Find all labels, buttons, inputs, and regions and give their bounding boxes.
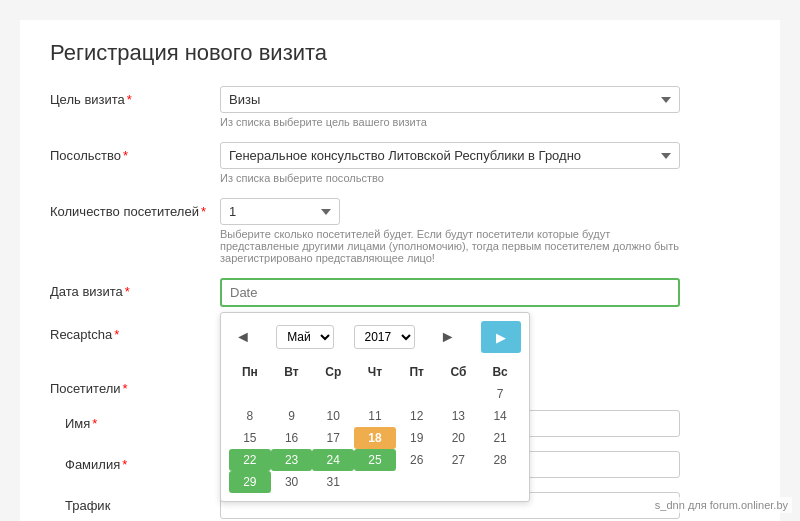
cal-day[interactable]: 30 bbox=[271, 471, 313, 493]
embassy-select[interactable]: Генеральное консульство Литовской Респуб… bbox=[220, 142, 680, 169]
page-container: Регистрация нового визита Цель визита* В… bbox=[20, 20, 780, 521]
surname-label: Фамилия* bbox=[50, 451, 220, 472]
cal-day[interactable]: 14 bbox=[479, 405, 521, 427]
cal-day bbox=[438, 471, 480, 493]
cal-day[interactable]: 16 bbox=[271, 427, 313, 449]
cal-day[interactable]: 7 bbox=[479, 383, 521, 405]
calendar-grid: Пн Вт Ср Чт Пт Сб Вс 7891011121314151617… bbox=[229, 361, 521, 493]
cal-day[interactable]: 11 bbox=[354, 405, 396, 427]
cal-year-select[interactable]: 2017 bbox=[354, 325, 415, 349]
visitors-count-field: 1 Выберите сколько посетителей будет. Ес… bbox=[220, 198, 750, 264]
visit-purpose-label: Цель визита* bbox=[50, 86, 220, 107]
cal-day[interactable]: 27 bbox=[438, 449, 480, 471]
visit-date-field: ◄ Май 2017 ► ▶ Пн bbox=[220, 278, 750, 307]
cal-day[interactable]: 8 bbox=[229, 405, 271, 427]
cal-day[interactable]: 12 bbox=[396, 405, 438, 427]
cal-prev-button[interactable]: ◄ bbox=[229, 326, 257, 348]
watermark: s_dnn для forum.onliner.by bbox=[651, 497, 792, 513]
calendar-header: ◄ Май 2017 ► ▶ bbox=[229, 321, 521, 353]
cal-next-button[interactable]: ► bbox=[434, 326, 462, 348]
cal-day[interactable]: 17 bbox=[312, 427, 354, 449]
visitors-count-hint: Выберите сколько посетителей будет. Если… bbox=[220, 228, 680, 264]
visitors-count-select[interactable]: 1 bbox=[220, 198, 340, 225]
phone-label: Трафик bbox=[50, 492, 220, 513]
embassy-field: Генеральное консульство Литовской Респуб… bbox=[220, 142, 750, 184]
visit-date-row: Дата визита* ◄ Май 2017 ► bbox=[50, 278, 750, 307]
cal-day-header-thu: Чт bbox=[354, 361, 396, 383]
cal-day[interactable]: 18 bbox=[354, 427, 396, 449]
recaptcha-icon: ▶ bbox=[481, 321, 521, 353]
cal-day[interactable]: 31 bbox=[312, 471, 354, 493]
cal-day[interactable]: 19 bbox=[396, 427, 438, 449]
cal-day-header-fri: Пт bbox=[396, 361, 438, 383]
cal-day[interactable]: 29 bbox=[229, 471, 271, 493]
cal-day[interactable]: 9 bbox=[271, 405, 313, 427]
recaptcha-label: Recaptcha* bbox=[50, 321, 220, 342]
cal-day bbox=[271, 383, 313, 405]
visitors-count-row: Количество посетителей* 1 Выберите сколь… bbox=[50, 198, 750, 264]
embassy-label: Посольство* bbox=[50, 142, 220, 163]
cal-day bbox=[229, 383, 271, 405]
cal-day[interactable]: 26 bbox=[396, 449, 438, 471]
cal-day bbox=[438, 383, 480, 405]
cal-day[interactable]: 21 bbox=[479, 427, 521, 449]
cal-day[interactable]: 25 bbox=[354, 449, 396, 471]
cal-day[interactable]: 23 bbox=[271, 449, 313, 471]
cal-day[interactable]: 28 bbox=[479, 449, 521, 471]
embassy-row: Посольство* Генеральное консульство Лито… bbox=[50, 142, 750, 184]
cal-day[interactable]: 20 bbox=[438, 427, 480, 449]
cal-day bbox=[354, 383, 396, 405]
cal-day[interactable]: 10 bbox=[312, 405, 354, 427]
visit-purpose-field: Визы Из списка выберите цель вашего визи… bbox=[220, 86, 750, 128]
visit-date-label: Дата визита* bbox=[50, 278, 220, 299]
visit-date-input[interactable] bbox=[220, 278, 680, 307]
calendar-popup: ◄ Май 2017 ► ▶ Пн bbox=[220, 312, 530, 502]
cal-day[interactable]: 15 bbox=[229, 427, 271, 449]
cal-day bbox=[312, 383, 354, 405]
cal-day[interactable]: 22 bbox=[229, 449, 271, 471]
cal-day bbox=[354, 471, 396, 493]
name-label: Имя* bbox=[50, 410, 220, 431]
cal-month-select[interactable]: Май bbox=[276, 325, 334, 349]
visitors-count-label: Количество посетителей* bbox=[50, 198, 220, 219]
embassy-hint: Из списка выберите посольство bbox=[220, 172, 750, 184]
cal-day-header-tue: Вт bbox=[271, 361, 313, 383]
cal-day[interactable]: 24 bbox=[312, 449, 354, 471]
cal-day bbox=[396, 383, 438, 405]
page-title: Регистрация нового визита bbox=[50, 40, 750, 66]
cal-day-header-sun: Вс bbox=[479, 361, 521, 383]
visitors-label: Посетители* bbox=[50, 375, 220, 396]
visit-purpose-row: Цель визита* Визы Из списка выберите цел… bbox=[50, 86, 750, 128]
cal-day bbox=[396, 471, 438, 493]
cal-day-header-wed: Ср bbox=[312, 361, 354, 383]
cal-day bbox=[479, 471, 521, 493]
visit-purpose-select[interactable]: Визы bbox=[220, 86, 680, 113]
visit-purpose-hint: Из списка выберите цель вашего визита bbox=[220, 116, 750, 128]
cal-day-header-mon: Пн bbox=[229, 361, 271, 383]
calendar-wrapper: ◄ Май 2017 ► ▶ Пн bbox=[220, 278, 680, 307]
cal-day[interactable]: 13 bbox=[438, 405, 480, 427]
cal-day-header-sat: Сб bbox=[438, 361, 480, 383]
